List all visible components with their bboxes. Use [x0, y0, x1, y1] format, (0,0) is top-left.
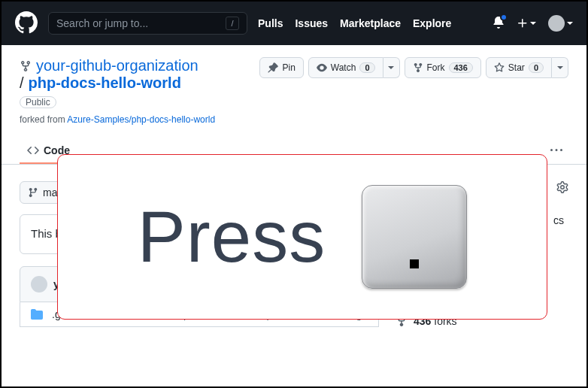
pin-button[interactable]: Pin: [259, 57, 303, 78]
avatar: [548, 15, 565, 32]
nav-pulls[interactable]: Pulls: [258, 17, 283, 29]
repo-org-link[interactable]: your-github-organization: [36, 57, 199, 74]
star-count: 0: [529, 62, 544, 73]
fork-count: 436: [449, 62, 473, 73]
notification-dot-icon: [500, 14, 508, 21]
add-menu[interactable]: [517, 17, 536, 29]
watch-count: 0: [359, 62, 374, 73]
path-separator: /: [20, 74, 24, 92]
press-label: Press: [138, 196, 326, 278]
watch-button-group: Watch 0: [308, 57, 400, 78]
code-icon: [27, 144, 39, 156]
visibility-badge: Public: [20, 96, 56, 108]
chevron-down-icon: [530, 22, 536, 25]
nav-marketplace[interactable]: Marketplace: [340, 17, 401, 29]
commit-avatar: [31, 276, 47, 293]
fork-button[interactable]: Fork 436: [405, 57, 481, 78]
chevron-down-icon: [567, 22, 573, 25]
repo-forked-icon: [20, 60, 32, 72]
notifications-icon[interactable]: [493, 17, 505, 31]
press-key-callout: Press: [57, 154, 547, 320]
slash-key-icon: /: [226, 17, 239, 30]
search-input[interactable]: Search or jump to... /: [48, 12, 247, 35]
user-menu[interactable]: [548, 15, 573, 32]
watch-dropdown[interactable]: [383, 57, 400, 78]
repo-name-link[interactable]: php-docs-hello-world: [29, 74, 181, 92]
github-logo-icon[interactable]: [15, 11, 38, 36]
settings-gear-icon[interactable]: [556, 181, 568, 196]
nav-issues[interactable]: Issues: [295, 17, 328, 29]
kebab-icon: [550, 144, 562, 156]
forked-from-prefix: forked from: [20, 114, 67, 125]
period-key-icon: [362, 185, 467, 289]
forked-from-link[interactable]: Azure-Samples/php-docs-hello-world: [67, 114, 215, 125]
star-button-group: Star 0: [486, 57, 568, 78]
folder-icon: [31, 308, 43, 320]
watch-button[interactable]: Watch 0: [308, 57, 383, 78]
nav-explore[interactable]: Explore: [413, 17, 451, 29]
star-button[interactable]: Star 0: [486, 57, 552, 78]
search-placeholder: Search or jump to...: [56, 17, 148, 29]
git-branch-icon: [28, 187, 38, 198]
tabs-more-button[interactable]: [544, 140, 568, 163]
star-dropdown[interactable]: [552, 57, 568, 78]
